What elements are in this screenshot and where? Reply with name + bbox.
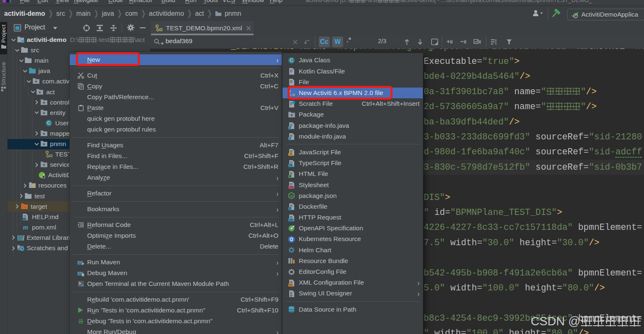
svg-text:D: D	[289, 207, 291, 210]
svg-text:API: API	[289, 219, 293, 221]
svg-text:J: J	[289, 126, 291, 129]
svg-text:CSS: CSS	[288, 186, 293, 188]
svg-text:J: J	[289, 137, 291, 140]
svg-text:JS: JS	[289, 153, 293, 156]
svg-text:TS: TS	[289, 164, 293, 167]
svg-text:MD: MD	[22, 217, 27, 220]
svg-text:m: m	[81, 283, 84, 287]
svg-text:JS: JS	[290, 195, 293, 197]
svg-text:<>: <>	[289, 283, 292, 286]
svg-text:C: C	[47, 120, 51, 125]
svg-text:m: m	[23, 224, 28, 231]
svg-text:H: H	[289, 175, 291, 178]
svg-text:C: C	[290, 58, 293, 63]
